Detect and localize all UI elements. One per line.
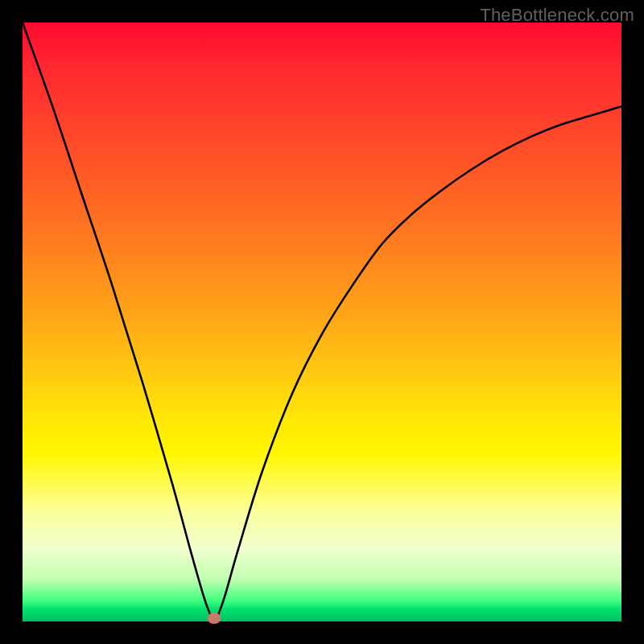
curve-path: [23, 23, 621, 621]
chart-plot-area: [23, 23, 621, 621]
bottleneck-curve: [23, 23, 621, 621]
optimum-marker: [208, 613, 221, 624]
